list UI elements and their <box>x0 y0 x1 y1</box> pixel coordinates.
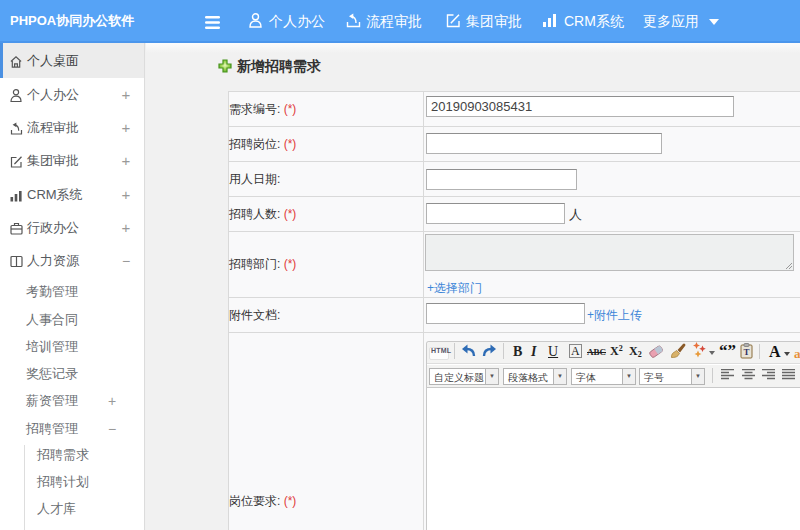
svg-text:T: T <box>743 347 749 357</box>
